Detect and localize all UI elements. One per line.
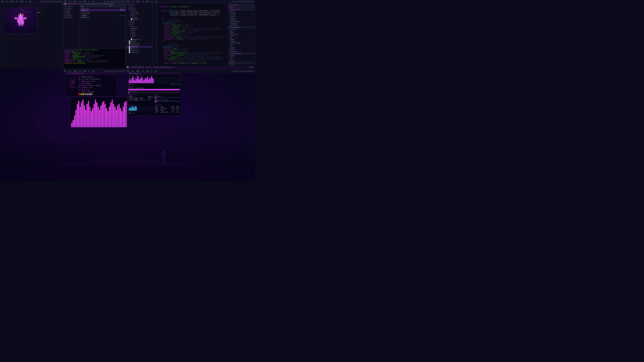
sysmon-disk-section: Disks /dev/de-0 / 504GB /dev/de-0 /nix/s…	[155, 94, 180, 103]
sidebar-themes[interactable]: ▶themes	[63, 13, 80, 15]
tree-item-themes[interactable]: ▶ themes	[126, 22, 152, 24]
cs-item-wmtype[interactable]: wmType	[228, 39, 255, 40]
file-icon-readme1: 📄	[131, 18, 132, 20]
tree-item-readme1[interactable]: 📄 README.org	[126, 18, 152, 20]
tree-item-app[interactable]: ▶ app	[126, 26, 152, 27]
tb-date-tr: Sat 2024-03-09 05:06:00 PM	[232, 1, 254, 2]
sidebar-pictures[interactable]: ▶pictures	[63, 7, 80, 9]
tb-date-tl: Sat 2024-03-09 05:06:00 PM	[40, 1, 62, 2]
tree-item-shell[interactable]: ▶ shell	[126, 33, 152, 35]
tb-icon2: ⬛	[64, 1, 66, 2]
cs-item-hostname[interactable]: hostname	[228, 12, 255, 14]
cpu-bar	[145, 78, 146, 83]
tree-item-user[interactable]: ▼ user	[126, 24, 152, 26]
cs-item-name[interactable]: name	[228, 30, 255, 32]
tree-item-hardensh[interactable]: 📄 harden.sh	[126, 48, 152, 50]
tree-item-worklab[interactable]: ▶ worklab	[126, 16, 152, 18]
cs-item-bootmode[interactable]: bootMode	[228, 19, 255, 21]
vis-bar	[94, 104, 94, 127]
tree-item-system[interactable]: ▶ system	[126, 20, 152, 22]
sidebar-external1[interactable]: ▶External	[63, 15, 80, 17]
tree-item-pkgs[interactable]: ▶ pkgs	[126, 31, 152, 33]
cpu-bar	[138, 77, 139, 83]
tree-item-wm[interactable]: ▶ wm	[126, 37, 152, 38]
vis-bar	[99, 110, 100, 127]
table-row[interactable]: Flake.lock 22.5 K	[80, 7, 126, 9]
cs-item-defaultroamdir[interactable]: defaultRoamDir	[228, 42, 255, 44]
tb-battery2: 100%	[73, 1, 76, 2]
cs-item-term[interactable]: term	[228, 44, 255, 45]
cpu-bar	[142, 76, 142, 83]
vis-bar	[113, 104, 114, 127]
code-filetree[interactable]: ▼ .dotfiles ▶ .git ▶ patches ▼ profiles …	[126, 3, 153, 68]
vis-bar	[81, 102, 82, 127]
tree-item-installorg[interactable]: 📄 install.org	[126, 50, 152, 51]
sidebar-music[interactable]: ▶music	[63, 11, 80, 13]
sysmon-mem-section: Memory RAM: 99% 5.7GiB/02.0iB SW: 0% 0% …	[128, 86, 180, 93]
tree-item-homelab[interactable]: ▶ home lab	[126, 11, 152, 13]
tree-item-installsh[interactable]: 📄 install.sh	[126, 51, 152, 53]
sidebar-videos[interactable]: ▶videos	[63, 9, 80, 11]
nf-user: WE| emmet @ snowfire	[78, 76, 101, 78]
col-name: Name	[80, 5, 108, 7]
cs-item-bootmountpath[interactable]: bootMountPath	[228, 21, 255, 23]
cs-item-wm[interactable]: wm	[228, 37, 255, 39]
cpu-bar	[130, 78, 130, 83]
tree-item-personal[interactable]: ▶ personal	[126, 13, 152, 14]
cs-item-system2[interactable]: system	[228, 55, 255, 56]
temp-device-1: card0 (amdgpu): edge	[128, 97, 148, 99]
file-main[interactable]: Name Size Flake.lock 22.5 K flake.nix 2.…	[80, 5, 126, 48]
tree-item-license[interactable]: 📄 LICENSE	[126, 40, 152, 42]
proc-row: 5150 pipewire-pu 0.15 0.1%	[155, 111, 180, 113]
tree-item-readme2[interactable]: 📄 README.org	[126, 38, 152, 40]
table-row[interactable]: README.org	[80, 16, 126, 18]
folder-icon-ext1: ▶	[64, 15, 65, 16]
tree-label: desktop.png	[130, 44, 139, 46]
tree-item-profiles[interactable]: ▼ profiles	[126, 9, 152, 11]
cs-item-src[interactable]: src	[228, 58, 255, 60]
cs-item-system[interactable]: system	[228, 11, 255, 12]
table-row[interactable]: install.org	[80, 11, 126, 13]
tree-item-patches[interactable]: ▶ patches	[126, 7, 152, 9]
tree-item-hardware[interactable]: ▶ hardware	[126, 27, 152, 29]
cs-item-dotfilesdir2[interactable]: dotfilesDir	[228, 34, 255, 35]
tree-item-desktop[interactable]: 🖼 desktop.png	[126, 44, 152, 46]
cs-item-theme[interactable]: theme	[228, 35, 255, 37]
color-block-3	[82, 93, 84, 95]
cs-item-fontpkg[interactable]: fontPkg	[228, 47, 255, 49]
qutebrowser-window: ,--------. ,--. ,--.,--------.,------.,-…	[0, 3, 63, 71]
sidebar-documents[interactable]: ▶documents	[63, 6, 80, 7]
tb-cpu3: 20%	[142, 1, 144, 2]
cs-item-patches2[interactable]: patches	[228, 60, 255, 61]
code-outline[interactable]: description outputs systemSettings syste…	[228, 3, 255, 68]
cs-item-browser[interactable]: browser	[228, 40, 255, 42]
tree-label: .git	[130, 5, 133, 7]
tree-label: patches	[130, 7, 136, 9]
file-sidebar[interactable]: ▶documents ▶pictures ▶videos ▶music ▶the…	[63, 5, 80, 48]
cs-item-grubdevice[interactable]: grubDevice	[228, 23, 255, 24]
cs-item-system3[interactable]: system	[228, 64, 255, 66]
table-row-active[interactable]: flake.nix 2.26 K	[80, 9, 126, 11]
cs-item-email[interactable]: email	[228, 32, 255, 34]
table-row[interactable]: LICENSE 34.2 K	[80, 15, 126, 16]
cs-item-locale[interactable]: locale	[228, 17, 255, 19]
code-content[interactable]: description = "Flake of LibrePhoenix"; o…	[158, 3, 228, 68]
tree-label: LICENSE	[131, 40, 136, 42]
table-row[interactable]: install.sh	[80, 13, 126, 15]
tree-item-work[interactable]: ▶ work	[126, 14, 152, 16]
cs-item-dotfilesdir[interactable]: dotfilesDir	[228, 24, 255, 26]
tree-item-lang[interactable]: ▶ lang	[126, 29, 152, 31]
tree-item-style[interactable]: ▶ style	[126, 35, 152, 37]
cs-item-name2[interactable]: name	[228, 56, 255, 58]
cs-item-font[interactable]: font	[228, 45, 255, 47]
cs-item-profile[interactable]: profile	[228, 14, 255, 16]
sidebar-external2[interactable]: ▶External	[63, 17, 80, 18]
tree-item-flakenix[interactable]: 📄 flake.nix	[126, 46, 152, 48]
tree-item-git[interactable]: ▶ .git	[126, 5, 152, 7]
cs-item-spawneditor[interactable]: spawnEditor	[228, 50, 255, 52]
cs-item-username[interactable]: username	[228, 29, 255, 30]
code-editor-main[interactable]: 12345 678910 1112131415 1617181920 21222…	[153, 3, 228, 68]
tree-item-readme3[interactable]: 📄 README.org	[126, 42, 152, 44]
cs-item-editor[interactable]: editor	[228, 49, 255, 50]
cs-item-timezone[interactable]: timezone	[228, 16, 255, 17]
